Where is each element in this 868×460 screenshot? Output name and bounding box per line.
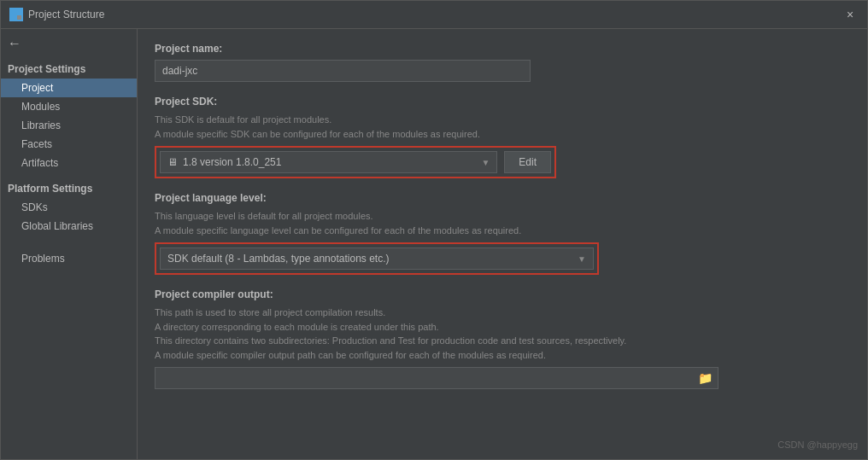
language-select-dropdown[interactable]: SDK default (8 - Lambdas, type annotatio… (160, 247, 594, 270)
svg-rect-1 (17, 9, 21, 14)
sidebar-item-sdks[interactable]: SDKs (1, 198, 137, 217)
sidebar-item-problems[interactable]: Problems (1, 249, 137, 268)
dialog-title: Project Structure (28, 9, 104, 20)
sdk-select-value: 1.8 version 1.8.0_251 (183, 156, 476, 168)
svg-rect-0 (11, 9, 15, 14)
project-sdk-section: Project SDK: This SDK is default for all… (155, 96, 850, 178)
project-language-label: Project language level: (155, 192, 850, 204)
sdk-dropdown-arrow: ▼ (481, 158, 490, 167)
compiler-desc: This path is used to store all project c… (155, 306, 850, 362)
sdk-row: 🖥 1.8 version 1.8.0_251 ▼ Edit (155, 146, 556, 178)
svg-rect-3 (17, 15, 21, 20)
project-name-section: Project name: (155, 43, 850, 82)
project-name-label: Project name: (155, 43, 850, 55)
sidebar-item-global-libraries[interactable]: Global Libraries (1, 217, 137, 236)
language-select-value: SDK default (8 - Lambdas, type annotatio… (167, 253, 578, 265)
language-dropdown-arrow: ▼ (578, 254, 586, 264)
project-name-input[interactable] (155, 60, 531, 82)
project-settings-label: Project Settings (1, 60, 137, 79)
sdk-desc1: This SDK is default for all project modu… (155, 113, 850, 141)
compiler-output-folder-icon[interactable]: 📁 (698, 371, 713, 385)
sdk-folder-icon: 🖥 (167, 156, 178, 168)
compiler-output-label: Project compiler output: (155, 288, 850, 300)
dialog-body: ← Project Settings Project Modules Libra… (1, 29, 867, 459)
language-select-wrapper: SDK default (8 - Lambdas, type annotatio… (155, 242, 599, 275)
language-desc: This language level is default for all p… (155, 209, 850, 237)
sidebar-item-libraries[interactable]: Libraries (1, 116, 137, 135)
close-button[interactable]: × (842, 6, 859, 23)
sdk-edit-button[interactable]: Edit (504, 151, 551, 173)
project-language-section: Project language level: This language le… (155, 192, 850, 275)
platform-settings-label: Platform Settings (1, 179, 137, 198)
sidebar-item-facets[interactable]: Facets (1, 135, 137, 154)
svg-rect-2 (11, 15, 15, 20)
sidebar-item-project[interactable]: Project (1, 79, 137, 97)
compiler-output-section: Project compiler output: This path is us… (155, 288, 850, 389)
back-arrow: ← (8, 36, 21, 51)
back-button[interactable]: ← (1, 32, 137, 55)
sidebar-item-artifacts[interactable]: Artifacts (1, 154, 137, 172)
title-bar: Project Structure × (1, 1, 867, 29)
main-content: Project name: Project SDK: This SDK is d… (138, 29, 867, 459)
sidebar: ← Project Settings Project Modules Libra… (1, 29, 138, 459)
title-bar-left: Project Structure (9, 8, 104, 21)
project-structure-dialog: Project Structure × ← Project Settings P… (0, 0, 868, 460)
project-structure-icon (9, 8, 23, 21)
sdk-select-dropdown[interactable]: 🖥 1.8 version 1.8.0_251 ▼ (160, 151, 497, 173)
project-sdk-label: Project SDK: (155, 96, 850, 108)
sidebar-item-modules[interactable]: Modules (1, 97, 137, 116)
watermark: CSDN @happyegg (777, 440, 858, 450)
compiler-output-input-wrapper: 📁 (155, 367, 718, 389)
